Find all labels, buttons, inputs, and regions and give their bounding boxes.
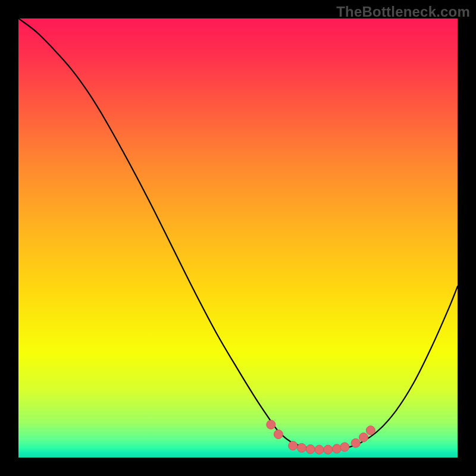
attribution-text: TheBottleneck.com	[336, 4, 470, 20]
marker-right-cluster-low	[351, 439, 360, 447]
marker-right-cluster-mid	[359, 433, 368, 442]
marker-flat-end	[340, 443, 349, 452]
marker-flat-e	[333, 444, 342, 453]
marker-flat-a	[298, 443, 306, 452]
marker-flat-start	[289, 441, 298, 450]
bottleneck-curve	[18, 18, 458, 450]
chart-svg	[18, 18, 458, 458]
marker-right-cluster-top	[366, 426, 375, 435]
marker-left-cluster-mid	[274, 430, 283, 439]
marker-flat-d	[324, 445, 333, 454]
marker-group	[267, 420, 375, 454]
marker-flat-c	[315, 445, 324, 454]
marker-flat-b	[306, 444, 315, 453]
frame: TheBottleneck.com	[0, 0, 476, 476]
plot-area	[18, 18, 458, 458]
marker-left-cluster-top	[267, 420, 275, 429]
